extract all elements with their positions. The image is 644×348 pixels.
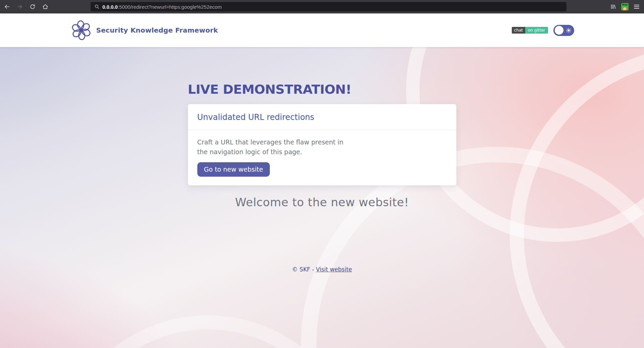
home-icon: [42, 4, 48, 10]
sun-icon: [566, 28, 572, 33]
url-bar[interactable]: 0.0.0.0:5000/redirect?newurl=https:googl…: [91, 2, 566, 11]
url-path: :5000/redirect?newurl=https:google%252ec…: [118, 4, 222, 10]
browser-toolbar: 0.0.0.0:5000/redirect?newurl=https:googl…: [0, 0, 644, 13]
reload-button[interactable]: [27, 2, 38, 12]
library-icon: [610, 4, 616, 10]
theme-toggle[interactable]: [553, 25, 574, 36]
back-icon: [4, 4, 10, 10]
forward-icon: [17, 4, 23, 10]
skf-flower-logo-icon: [70, 19, 92, 41]
brand-logo-link[interactable]: Security Knowledge Framework: [70, 19, 218, 41]
reload-icon: [30, 4, 36, 10]
copyright-text: © SKF -: [292, 266, 314, 273]
card-description-line1: Craft a URL that leverages the flaw pres…: [197, 137, 447, 147]
brand-name: Security Knowledge Framework: [96, 26, 218, 34]
back-button[interactable]: [1, 2, 13, 12]
card-description-line2: the navigation logic of this page.: [197, 147, 447, 157]
page-background: LIVE DEMONSTRATION! Unvalidated URL redi…: [0, 47, 644, 348]
page-footer: © SKF - Visit website: [188, 266, 456, 273]
challenge-card: Unvalidated URL redirections Craft a URL…: [188, 104, 456, 185]
gitter-chat-badge[interactable]: chat on gitter: [512, 27, 548, 34]
hamburger-menu-icon: [634, 4, 639, 9]
url-host: 0.0.0.0: [102, 4, 118, 10]
burp-extension-label: Burp: [621, 3, 629, 6]
chat-badge-label: chat: [512, 27, 525, 34]
card-title: Unvalidated URL redirections: [197, 113, 447, 122]
url-text: 0.0.0.0:5000/redirect?newurl=https:googl…: [102, 4, 222, 10]
site-header: Security Knowledge Framework chat on git…: [0, 13, 644, 47]
burp-extension-icon[interactable]: Burp: [621, 3, 629, 10]
search-icon: [95, 4, 99, 9]
menu-button[interactable]: [632, 2, 641, 12]
burp-face-icon: [623, 7, 627, 10]
forward-button[interactable]: [14, 2, 26, 12]
page-title: LIVE DEMONSTRATION!: [188, 82, 456, 97]
library-button[interactable]: [608, 2, 618, 12]
welcome-message: Welcome to the new website!: [188, 195, 456, 209]
go-to-new-website-button[interactable]: Go to new website: [197, 162, 270, 177]
toggle-knob: [555, 26, 563, 35]
visit-website-link[interactable]: Visit website: [316, 266, 352, 273]
chat-badge-value: on gitter: [525, 27, 548, 34]
home-button[interactable]: [40, 2, 51, 12]
